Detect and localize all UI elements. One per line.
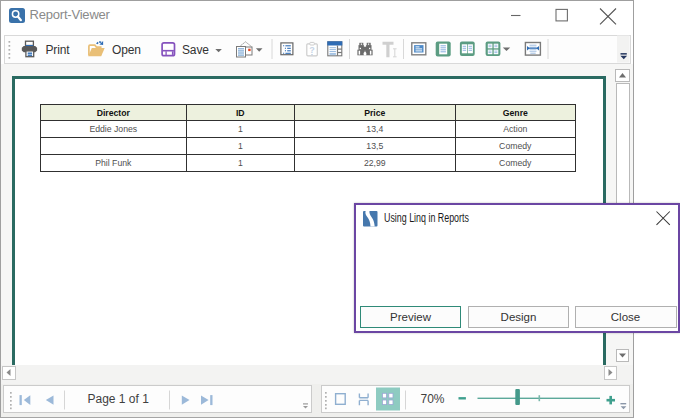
svg-text:?: ?	[309, 45, 315, 55]
